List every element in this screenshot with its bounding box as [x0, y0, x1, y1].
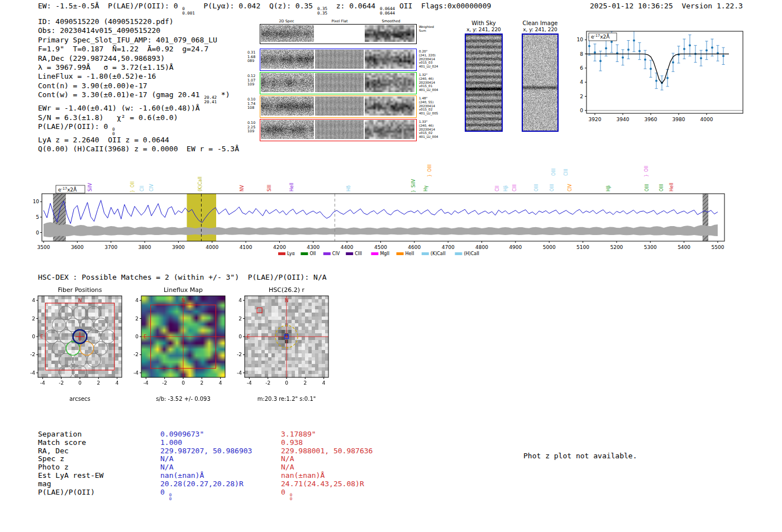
spec2d-row-meta: 1.33"(240, 46)20230414v015_02401_LU_004 — [419, 120, 438, 139]
svg-text:OIII: OIII — [550, 184, 555, 191]
svg-text:2: 2 — [32, 316, 35, 322]
match-value: 229.987207, 50.986903 — [160, 447, 252, 455]
pixel-flat-image — [315, 120, 364, 139]
match-value: nan(±nan)Å — [281, 471, 325, 480]
svg-text:-2: -2 — [59, 380, 64, 386]
photz-note: Phot z plot not available. — [523, 452, 637, 461]
spec2d-row — [260, 49, 417, 71]
stacked-limits: 0.06440.0644 — [380, 7, 395, 15]
svg-text:MgII: MgII — [380, 251, 389, 256]
match-value: 0.0909673" — [160, 430, 204, 438]
svg-text:-2: -2 — [265, 380, 270, 386]
svg-text:CIII: CIII — [355, 251, 362, 256]
smoothed-image — [365, 73, 414, 92]
spec2d-row — [260, 95, 417, 118]
sky-panel-title: With Sky — [471, 20, 496, 26]
match-value: 0 00 — [160, 488, 171, 501]
svg-text:CIV: CIV — [149, 184, 154, 191]
svg-text:3980: 3980 — [673, 117, 685, 122]
stacked-limits: 00.001 — [182, 7, 195, 15]
svg-text:}: } — [427, 174, 432, 177]
match-row-label: Est LyA rest-EW — [38, 471, 103, 480]
svg-text:s/b: -3.52 +/- 0.093: s/b: -3.52 +/- 0.093 — [156, 396, 211, 402]
match-value: 3.17889" — [281, 430, 316, 438]
svg-text:0: 0 — [78, 380, 82, 386]
svg-text:3960: 3960 — [645, 117, 657, 122]
smoothed-image — [365, 120, 414, 139]
svg-text:e-17x2Å: e-17x2Å — [591, 33, 610, 40]
svg-text:m:20.3 re:1.2" s:0.1": m:20.3 re:1.2" s:0.1" — [258, 396, 316, 402]
svg-text:5000: 5000 — [543, 245, 556, 250]
spec2d-row-stats: 0.102.25109 — [247, 121, 259, 134]
svg-text:E: E — [40, 334, 44, 339]
match-row-label: mag — [38, 480, 51, 488]
svg-text:4600: 4600 — [408, 245, 421, 250]
spec2d-row-stats: 0.101.74108 — [247, 98, 259, 111]
svg-text:0: 0 — [32, 334, 35, 339]
clean-image — [522, 33, 559, 132]
info-line: RA,Dec (229.987244,50.986893) — [38, 54, 239, 63]
svg-text:4: 4 — [135, 298, 139, 303]
spec2d-column-title: Smoothed — [382, 19, 400, 23]
svg-text:(K)CaII: (K)CaII — [431, 251, 446, 256]
pixel-flat-image — [315, 73, 364, 92]
svg-text:HeII: HeII — [669, 183, 674, 191]
info-line: LyA z = 2.2640 OII z = 0.0644 — [38, 136, 239, 145]
svg-text:Hβ: Hβ — [503, 185, 508, 191]
svg-text:0: 0 — [285, 380, 288, 386]
info-line: Cont(w) = 3.30(±0.01)e-17 (gmag 20.41 20… — [38, 90, 239, 104]
spec2d-image — [261, 50, 314, 69]
spec2d-row — [260, 119, 417, 141]
svg-text:4300: 4300 — [307, 245, 320, 250]
match-row-label: P(LAE)/P(OII) — [38, 488, 95, 496]
svg-text:4: 4 — [239, 298, 242, 303]
pixel-flat-image — [315, 50, 364, 69]
stacked-limits: 00 — [169, 493, 172, 501]
svg-text:-4: -4 — [40, 380, 45, 386]
svg-text:HSC(26.2) r: HSC(26.2) r — [269, 286, 305, 294]
svg-text:4900: 4900 — [509, 245, 522, 250]
svg-text:Hβ: Hβ — [606, 185, 611, 191]
info-line: P(LAE)/P(OII): 0 00 — [38, 122, 239, 136]
match-value: N/A — [160, 463, 173, 471]
svg-text:2: 2 — [97, 380, 100, 386]
svg-text:4000: 4000 — [700, 117, 713, 122]
svg-text:4200: 4200 — [273, 245, 286, 250]
match-row-label: RA, Dec — [38, 447, 69, 455]
svg-text:CIV: CIV — [332, 251, 340, 256]
svg-text:5: 5 — [36, 214, 39, 220]
svg-text:}: } — [411, 190, 416, 193]
info-line: Primary Spec_Slot_IFU_AMP: 401_079_068_L… — [38, 36, 239, 45]
svg-text:SIII: SIII — [267, 185, 272, 191]
svg-text:OIII: OIII — [534, 184, 539, 191]
svg-text:-2: -2 — [162, 380, 167, 386]
svg-text:-4: -4 — [247, 380, 252, 386]
svg-text:4100: 4100 — [240, 245, 252, 250]
spec2d-image — [261, 25, 314, 42]
svg-text:3700: 3700 — [104, 245, 117, 250]
info-line: λ = 3967.99Å σ = 3.72(±1.15)Å — [38, 63, 239, 72]
match-value: nan(±nan)Å — [160, 471, 204, 480]
svg-text:-4: -4 — [144, 380, 149, 386]
ifu-image-panels: With Skyx, y: 241, 220Clean Imagex, y: 2… — [458, 18, 565, 137]
info-line: Q(0.00) (H)CaII(3968) z = 0.0000 EW r = … — [38, 145, 239, 154]
svg-text:CII: CII — [495, 186, 500, 191]
svg-text:Lineflux Map: Lineflux Map — [164, 286, 203, 294]
spec2d-panel: 2D SpecPixel FlatSmoothedWeightedSum0.31… — [247, 18, 444, 148]
match-value: 20.28(20.27,20.28)R — [160, 480, 244, 488]
svg-text:3940: 3940 — [617, 117, 630, 122]
svg-text:-4: -4 — [133, 370, 139, 376]
match-value: 0 00 — [281, 488, 292, 501]
info-line: F=1.9" T=0.187 N̄=1.22 Ā=0.92 g=24.7 — [38, 45, 239, 54]
svg-text:3920: 3920 — [589, 117, 602, 122]
svg-text:4800: 4800 — [475, 245, 488, 250]
spec2d-row-meta: WeightedSum — [419, 25, 434, 33]
svg-text:4400: 4400 — [341, 245, 354, 250]
svg-text:2: 2 — [200, 380, 203, 386]
svg-text:HeII: HeII — [406, 251, 414, 256]
spec2d-image — [261, 73, 314, 92]
svg-text:4500: 4500 — [374, 245, 387, 250]
svg-text:OII: OII — [309, 251, 316, 256]
spec2d-image — [261, 97, 314, 116]
svg-text:OIII: OIII — [427, 165, 432, 172]
